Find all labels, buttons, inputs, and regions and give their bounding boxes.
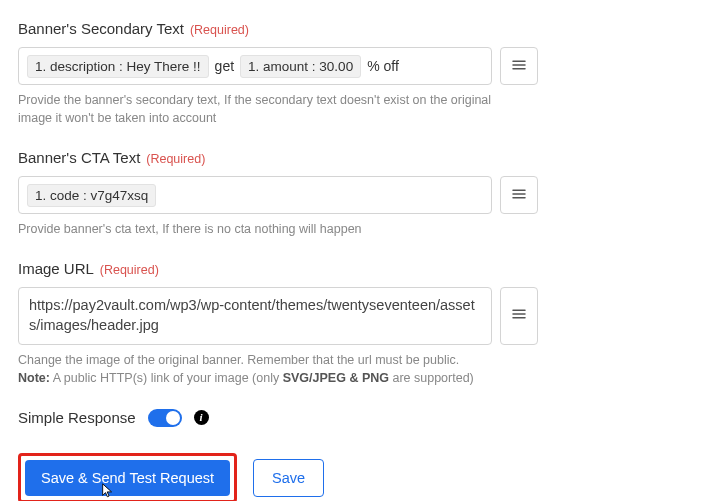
cta-label: Banner's CTA Text — [18, 149, 140, 166]
note-label: Note: — [18, 371, 50, 385]
field-secondary-text: Banner's Secondary Text (Required) 1. de… — [18, 20, 538, 127]
required-tag: (Required) — [100, 263, 159, 277]
toggle-knob — [166, 411, 180, 425]
note-pre: A public HTTP(s) link of your image (onl… — [50, 371, 283, 385]
required-tag: (Required) — [146, 152, 205, 166]
secondary-menu-button[interactable] — [500, 47, 538, 85]
image-url-input[interactable]: https://pay2vault.com/wp3/wp-content/the… — [18, 287, 492, 344]
field-label-row: Image URL (Required) — [18, 260, 538, 287]
primary-highlight: Save & Send Test Request — [18, 453, 237, 501]
primary-button-label: Save & Send Test Request — [41, 470, 214, 486]
save-send-test-button[interactable]: Save & Send Test Request — [25, 460, 230, 496]
image-help-line1: Change the image of the original banner.… — [18, 353, 459, 367]
cursor-icon — [101, 483, 115, 501]
secondary-input-row: 1. description : Hey There !! get 1. amo… — [18, 47, 538, 85]
simple-response-row: Simple Response i — [18, 409, 709, 427]
token-amount[interactable]: 1. amount : 30.00 — [240, 55, 361, 78]
note-post: are supported) — [389, 371, 474, 385]
field-label-row: Banner's CTA Text (Required) — [18, 149, 538, 176]
button-row: Save & Send Test Request Save — [18, 453, 709, 501]
note-formats: SVG/JPEG & PNG — [283, 371, 389, 385]
cta-input[interactable]: 1. code : v7g47xsq — [18, 176, 492, 214]
image-help: Change the image of the original banner.… — [18, 351, 528, 387]
simple-response-toggle[interactable] — [148, 409, 182, 427]
cta-help: Provide banner's cta text, If there is n… — [18, 220, 528, 238]
field-label-row: Banner's Secondary Text (Required) — [18, 20, 538, 47]
secondary-help: Provide the banner's secondary text, If … — [18, 91, 528, 127]
required-tag: (Required) — [190, 23, 249, 37]
image-input-row: https://pay2vault.com/wp3/wp-content/the… — [18, 287, 538, 344]
menu-icon — [510, 185, 528, 206]
cta-input-row: 1. code : v7g47xsq — [18, 176, 538, 214]
secondary-input[interactable]: 1. description : Hey There !! get 1. amo… — [18, 47, 492, 85]
field-cta-text: Banner's CTA Text (Required) 1. code : v… — [18, 149, 538, 238]
cta-menu-button[interactable] — [500, 176, 538, 214]
secondary-tail-text: % off — [365, 58, 401, 74]
menu-icon — [510, 56, 528, 77]
secondary-mid-text: get — [213, 58, 236, 74]
secondary-label: Banner's Secondary Text — [18, 20, 184, 37]
info-icon[interactable]: i — [194, 410, 209, 425]
token-description[interactable]: 1. description : Hey There !! — [27, 55, 209, 78]
image-label: Image URL — [18, 260, 94, 277]
field-image-url: Image URL (Required) https://pay2vault.c… — [18, 260, 538, 386]
menu-icon — [510, 305, 528, 326]
simple-response-label: Simple Response — [18, 409, 136, 426]
save-button[interactable]: Save — [253, 459, 324, 497]
token-code[interactable]: 1. code : v7g47xsq — [27, 184, 156, 207]
image-menu-button[interactable] — [500, 287, 538, 344]
